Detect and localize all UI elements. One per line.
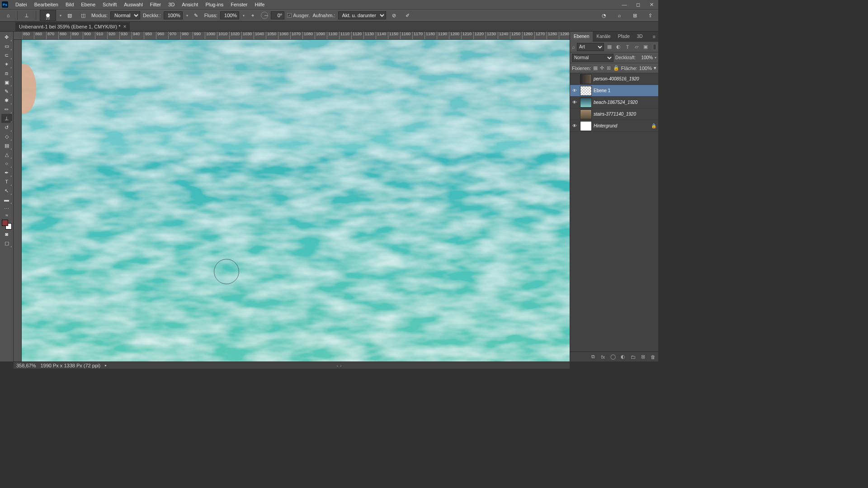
layer-name[interactable]: beach-1867524_1920 <box>594 100 657 105</box>
airbrush-icon[interactable]: ⌖ <box>247 11 258 20</box>
doc-info-menu-icon[interactable]: ▸ <box>105 363 107 367</box>
panel-menu-icon[interactable]: ≡ <box>650 34 658 39</box>
document-tab[interactable]: Unbenannt-1 bei 359% (Ebene 1, CMYK/8#) … <box>15 22 130 31</box>
horizontal-ruler[interactable]: 8508608708808909009109209309409509609709… <box>22 32 570 40</box>
eyedropper-tool[interactable]: ✎ <box>1 87 12 96</box>
window-maximize-button[interactable]: ◻ <box>631 0 645 9</box>
link-layers-icon[interactable]: ⧉ <box>590 353 597 361</box>
type-tool[interactable]: T <box>1 177 12 186</box>
search-icon[interactable]: ⌕ <box>614 11 625 20</box>
menu-hilfe[interactable]: Hilfe <box>251 1 268 8</box>
dodge-tool[interactable]: ○ <box>1 159 12 168</box>
layer-opacity-value[interactable]: 100% <box>637 55 653 60</box>
layer-name[interactable]: Hintergrund <box>594 123 649 128</box>
layer-thumbnail[interactable] <box>580 86 592 96</box>
layer-thumbnail[interactable] <box>580 121 592 131</box>
rectangle-tool[interactable]: ▬ <box>1 195 12 204</box>
layer-row[interactable]: person-4008516_1920 <box>570 73 658 85</box>
more-tools[interactable]: ⋯ <box>1 204 12 213</box>
clone-stamp-tool[interactable]: ⊥ <box>1 114 12 123</box>
brush-settings-icon[interactable]: ▧ <box>64 11 75 20</box>
close-tab-icon[interactable]: × <box>123 23 126 30</box>
layer-name[interactable]: Ebene 1 <box>594 88 657 93</box>
window-minimize-button[interactable]: — <box>618 0 631 9</box>
pressure-opacity-icon[interactable]: ✎ <box>191 11 202 20</box>
brush-angle-wheel[interactable] <box>261 12 268 19</box>
brush-preset-picker[interactable]: 22 <box>40 10 56 21</box>
layer-row[interactable]: 👁beach-1867524_1920 <box>570 97 658 108</box>
aligned-checkbox[interactable]: ✓Ausger. <box>287 13 310 18</box>
document-canvas[interactable] <box>22 40 570 361</box>
horizontal-scrollbar[interactable]: ‹› <box>111 363 567 368</box>
layer-row[interactable]: 👁Ebene 1 <box>570 85 658 97</box>
brush-tool[interactable]: ✏ <box>1 105 12 114</box>
quick-select-tool[interactable]: ✶ <box>1 60 12 69</box>
flow-value[interactable]: 100% <box>220 11 239 19</box>
tab-3d[interactable]: 3D <box>633 32 646 42</box>
pen-tool[interactable]: ✒ <box>1 168 12 177</box>
lasso-tool[interactable]: ⊂ <box>1 51 12 60</box>
menu-schrift[interactable]: Schrift <box>99 1 120 8</box>
lock-pixels-icon[interactable]: ▦ <box>593 65 598 71</box>
lock-position-icon[interactable]: ✜ <box>599 65 604 71</box>
layer-thumbnail[interactable] <box>580 98 592 108</box>
layer-group-icon[interactable]: 🗀 <box>629 353 637 361</box>
home-icon[interactable]: ⌂ <box>3 11 14 20</box>
layer-row[interactable]: stairs-3771140_1920 <box>570 108 658 120</box>
layer-mask-icon[interactable]: ◯ <box>609 353 617 361</box>
layer-thumbnail[interactable] <box>580 74 592 84</box>
opacity-value[interactable]: 100% <box>164 11 183 19</box>
menu-3d[interactable]: 3D <box>165 1 178 8</box>
sample-select[interactable]: Akt. u. darunter <box>338 11 386 19</box>
crop-tool[interactable]: ⧈ <box>1 69 12 78</box>
tab-ebenen[interactable]: Ebenen <box>570 32 593 42</box>
layer-blend-select[interactable]: Normal <box>572 54 613 62</box>
menu-ebene[interactable]: Ebene <box>77 1 99 8</box>
quick-mask-icon[interactable]: ◙ <box>1 230 12 239</box>
layer-row[interactable]: 👁Hintergrund🔒 <box>570 120 658 132</box>
workspace-icon[interactable]: ⊞ <box>629 11 640 20</box>
cloud-docs-icon[interactable]: ◔ <box>599 11 609 20</box>
menu-auswahl[interactable]: Auswahl <box>120 1 146 8</box>
menu-bearbeiten[interactable]: Bearbeiten <box>31 1 62 8</box>
adjustment-layer-icon[interactable]: ◐ <box>619 353 627 361</box>
tab-kanaele[interactable]: Kanäle <box>593 32 614 42</box>
current-tool-icon[interactable]: ⊥ <box>21 11 32 20</box>
tab-pfade[interactable]: Pfade <box>614 32 633 42</box>
layer-filter-select[interactable]: Art <box>577 43 604 51</box>
screen-mode-icon[interactable]: ▢ <box>1 239 12 248</box>
menu-ansicht[interactable]: Ansicht <box>178 1 202 8</box>
layer-name[interactable]: stairs-3771140_1920 <box>594 112 657 117</box>
menu-datei[interactable]: Datei <box>12 1 31 8</box>
menu-filter[interactable]: Filter <box>146 1 165 8</box>
marquee-tool[interactable]: ▭ <box>1 42 12 51</box>
window-close-button[interactable]: ✕ <box>645 0 658 9</box>
path-select-tool[interactable]: ↖ <box>1 186 12 195</box>
filter-shape-icon[interactable]: ▱ <box>633 43 640 51</box>
filter-type-icon[interactable]: T <box>624 43 631 51</box>
history-brush-tool[interactable]: ↺ <box>1 123 12 132</box>
lock-all-icon[interactable]: 🔒 <box>613 65 619 71</box>
swap-colors-icon[interactable]: ⇆ <box>2 213 11 218</box>
layer-visibility-icon[interactable]: 👁 <box>571 123 578 128</box>
angle-value[interactable]: 0° <box>271 11 284 19</box>
new-layer-icon[interactable]: ⊞ <box>639 353 646 361</box>
lock-artboard-icon[interactable]: ⊞ <box>606 65 611 71</box>
layer-fill-value[interactable]: 100% <box>639 66 652 71</box>
layer-visibility-icon[interactable]: 👁 <box>571 100 578 105</box>
blend-mode-select[interactable]: Normal <box>110 11 140 19</box>
layer-thumbnail[interactable] <box>580 109 592 119</box>
share-icon[interactable]: ⇪ <box>645 11 656 20</box>
zoom-readout[interactable]: 358,67% <box>16 363 36 368</box>
ruler-origin[interactable] <box>14 32 22 40</box>
doc-info-readout[interactable]: 1990 Px x 1338 Px (72 ppi) <box>40 363 100 368</box>
filter-adjust-icon[interactable]: ◐ <box>615 43 622 51</box>
filter-toggle[interactable] <box>653 44 656 50</box>
move-tool[interactable]: ✥ <box>1 33 12 42</box>
menu-plugins[interactable]: Plug-ins <box>202 1 227 8</box>
color-swatches[interactable] <box>2 220 12 230</box>
menu-fenster[interactable]: Fenster <box>227 1 251 8</box>
gradient-tool[interactable]: ▤ <box>1 141 12 150</box>
healing-tool[interactable]: ✱ <box>1 96 12 105</box>
eraser-tool[interactable]: ◇ <box>1 132 12 141</box>
